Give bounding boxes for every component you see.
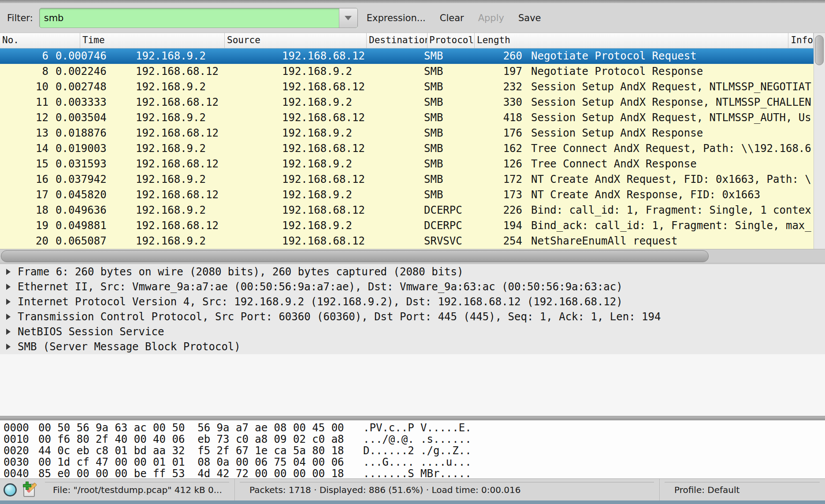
column-header[interactable]: Protocol	[427, 33, 475, 48]
column-header[interactable]: Length	[475, 33, 788, 48]
status-profile-text: Profile: Default	[674, 485, 740, 495]
packet-row[interactable]: 20 0.065087 192.168.9.2 192.168.68.12 SR…	[0, 233, 814, 249]
hscrollbar-thumb[interactable]	[1, 250, 709, 262]
cell-source: 192.168.68.12	[132, 187, 277, 203]
column-header[interactable]: Source	[225, 33, 367, 48]
cell-time: 0.031593	[52, 156, 132, 172]
expand-arrow-icon[interactable]	[6, 344, 11, 350]
hex-dump-pane: 0000 00 50 56 9a 63 ac 00 50 56 9a a7 ae…	[0, 420, 825, 478]
cell-length: 197	[479, 64, 527, 79]
save-button[interactable]: Save	[518, 13, 541, 23]
window-top-edge	[0, 0, 825, 3]
status-bar-icons	[0, 479, 41, 500]
cell-no: 14	[0, 141, 52, 156]
cell-length: 232	[479, 79, 527, 95]
status-packets-section: Packets: 1718 · Displayed: 886 (51.6%) ·…	[235, 479, 659, 500]
detail-tree-row[interactable]: Frame 6: 260 bytes on wire (2080 bits), …	[0, 264, 825, 279]
hex-bytes: 00 50 56 9a 63 ac 00 50 56 9a a7 ae 08 0…	[38, 422, 363, 434]
hex-row[interactable]: 0030 00 1d cf 47 00 00 01 01 08 0a 00 06…	[0, 456, 825, 468]
detail-text: NetBIOS Session Service	[18, 326, 164, 338]
cell-source: 192.168.9.2	[132, 48, 277, 64]
cell-no: 8	[0, 64, 52, 79]
column-header[interactable]: Destination	[367, 33, 427, 48]
cell-protocol: SMB	[419, 172, 479, 187]
filter-value[interactable]: smb	[40, 8, 339, 28]
cell-protocol: SMB	[419, 48, 479, 64]
packet-row[interactable]: 17 0.045820 192.168.68.12 192.168.9.2 SM…	[0, 187, 814, 203]
chevron-down-icon	[345, 16, 352, 20]
packet-row[interactable]: 13 0.018876 192.168.68.12 192.168.9.2 SM…	[0, 126, 814, 141]
hex-row[interactable]: 0020 44 0c eb c8 01 bd aa 32 f5 2f 67 1e…	[0, 445, 825, 456]
hex-bytes: 00 1d cf 47 00 00 01 01 08 0a 00 06 75 0…	[38, 456, 363, 468]
cell-protocol: SMB	[419, 187, 479, 203]
packet-list-vscrollbar[interactable]	[814, 33, 825, 249]
cell-info: Negotiate Protocol Response	[527, 64, 814, 79]
cell-no: 12	[0, 110, 52, 126]
packet-list-pane: No. Time Source Destination Protocol Len…	[0, 33, 825, 249]
hex-ascii: .......S MBr.....	[363, 468, 472, 478]
cell-source: 192.168.9.2	[132, 172, 277, 187]
expand-arrow-icon[interactable]	[6, 299, 11, 305]
expert-info-icon[interactable]	[4, 483, 17, 497]
cell-destination: 192.168.9.2	[277, 126, 419, 141]
detail-text: Transmission Control Protocol, Src Port:…	[18, 311, 661, 323]
clear-button[interactable]: Clear	[440, 13, 464, 23]
cell-destination: 192.168.68.12	[277, 141, 419, 156]
expression-button[interactable]: Expression...	[367, 13, 426, 23]
packet-row[interactable]: 8 0.002246 192.168.68.12 192.168.9.2 SMB…	[0, 64, 814, 79]
vscrollbar-thumb[interactable]	[815, 35, 824, 65]
packet-row[interactable]: 6 0.000746 192.168.9.2 192.168.68.12 SMB…	[0, 48, 814, 64]
hex-ascii: .../@.@. .s......	[363, 434, 472, 445]
hex-row[interactable]: 0040 85 e0 00 00 00 be ff 53 4d 42 72 00…	[0, 468, 825, 478]
cell-destination: 192.168.9.2	[277, 218, 419, 233]
detail-text: SMB (Server Message Block Protocol)	[18, 341, 241, 353]
cell-no: 20	[0, 233, 52, 249]
hex-row[interactable]: 0000 00 50 56 9a 63 ac 00 50 56 9a a7 ae…	[0, 422, 825, 434]
detail-tree-row[interactable]: NetBIOS Session Service	[0, 324, 825, 339]
cell-destination: 192.168.68.12	[277, 79, 419, 95]
cell-length: 173	[479, 187, 527, 203]
cell-info: Tree Connect AndX Response	[527, 156, 814, 172]
expand-arrow-icon[interactable]	[6, 284, 11, 290]
cell-destination: 192.168.9.2	[277, 187, 419, 203]
cell-length: 260	[479, 48, 527, 64]
cell-time: 0.002246	[52, 64, 132, 79]
column-header[interactable]: Info	[788, 33, 814, 48]
filter-input[interactable]: smb	[39, 8, 358, 28]
packet-list-hscrollbar[interactable]	[0, 249, 825, 263]
packet-row[interactable]: 14 0.019003 192.168.9.2 192.168.68.12 SM…	[0, 141, 814, 156]
packet-row[interactable]: 16 0.037942 192.168.9.2 192.168.68.12 SM…	[0, 172, 814, 187]
filter-dropdown-button[interactable]	[339, 8, 357, 28]
hex-row[interactable]: 0010 00 f6 80 2f 40 00 40 06 eb 73 c0 a8…	[0, 434, 825, 445]
packet-row[interactable]: 19 0.049881 192.168.68.12 192.168.9.2 DC…	[0, 218, 814, 233]
cell-protocol: SMB	[419, 110, 479, 126]
hex-bytes: 44 0c eb c8 01 bd aa 32 f5 2f 67 1e ca 5…	[38, 445, 363, 456]
pane-splitter[interactable]	[0, 416, 825, 420]
column-header[interactable]: Time	[80, 33, 225, 48]
detail-tree-row[interactable]: Internet Protocol Version 4, Src: 192.16…	[0, 294, 825, 309]
status-packets-text: Packets: 1718 · Displayed: 886 (51.6%) ·…	[249, 485, 521, 495]
expand-arrow-icon[interactable]	[6, 314, 11, 320]
packet-row[interactable]: 15 0.031593 192.168.68.12 192.168.9.2 SM…	[0, 156, 814, 172]
packet-row[interactable]: 18 0.049636 192.168.9.2 192.168.68.12 DC…	[0, 203, 814, 218]
expand-arrow-icon[interactable]	[6, 329, 11, 335]
packet-row[interactable]: 11 0.003333 192.168.68.12 192.168.9.2 SM…	[0, 95, 814, 110]
cell-time: 0.002748	[52, 79, 132, 95]
capture-comment-icon[interactable]	[21, 482, 37, 498]
detail-tree-row[interactable]: SMB (Server Message Block Protocol)	[0, 339, 825, 354]
packet-row[interactable]: 12 0.003504 192.168.9.2 192.168.68.12 SM…	[0, 110, 814, 126]
cell-destination: 192.168.9.2	[277, 95, 419, 110]
cell-protocol: SMB	[419, 64, 479, 79]
column-header[interactable]: No.	[0, 33, 80, 48]
expand-arrow-icon[interactable]	[6, 269, 11, 275]
detail-tree-row[interactable]: Ethernet II, Src: Vmware_9a:a7:ae (00:50…	[0, 279, 825, 294]
cell-length: 162	[479, 141, 527, 156]
cell-length: 418	[479, 110, 527, 126]
detail-tree-row[interactable]: Transmission Control Protocol, Src Port:…	[0, 309, 825, 324]
cell-destination: 192.168.68.12	[277, 110, 419, 126]
packet-row[interactable]: 10 0.002748 192.168.9.2 192.168.68.12 SM…	[0, 79, 814, 95]
cell-no: 13	[0, 126, 52, 141]
filter-toolbar-buttons: Expression... Clear Apply Save	[367, 13, 541, 23]
plus-icon	[23, 484, 31, 487]
status-profile-section[interactable]: Profile: Default	[660, 479, 825, 500]
